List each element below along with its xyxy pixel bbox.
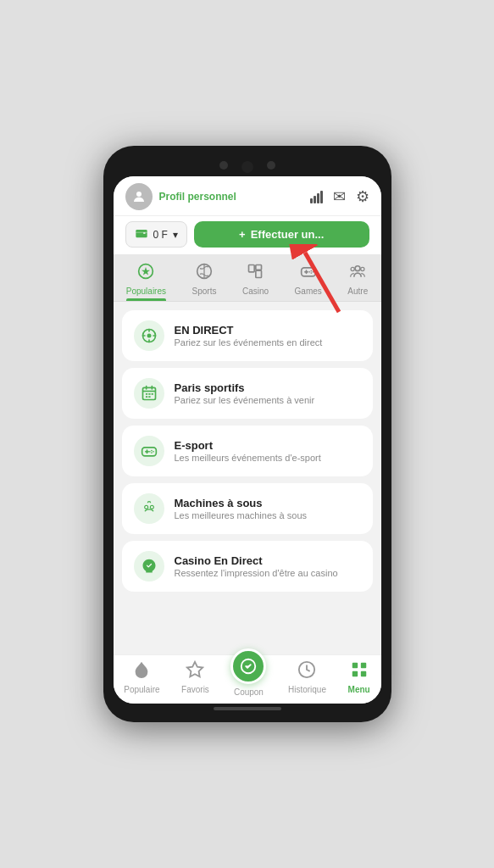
profile-label: Profil personnel bbox=[159, 191, 236, 203]
coupon-circle-icon bbox=[230, 648, 266, 684]
tab-autre-label: Autre bbox=[347, 287, 368, 296]
paris-sportifs-icon bbox=[134, 378, 164, 409]
balance-bar: 0 F ▾ + Effectuer un... bbox=[114, 216, 381, 254]
svg-point-37 bbox=[149, 451, 151, 453]
tab-games[interactable]: Games bbox=[290, 259, 327, 301]
app-header: Profil personnel ✉ ⚙ bbox=[114, 176, 381, 216]
svg-point-16 bbox=[308, 271, 310, 273]
balance-button[interactable]: 0 F ▾ bbox=[125, 221, 187, 248]
svg-point-42 bbox=[151, 506, 153, 509]
nav-historique[interactable]: Historique bbox=[288, 660, 326, 697]
svg-rect-30 bbox=[145, 396, 147, 398]
svg-rect-9 bbox=[256, 270, 262, 277]
machines-text: Machines à sous Les meilleures machines … bbox=[175, 497, 308, 520]
menu-nav-icon bbox=[350, 660, 369, 683]
historique-nav-icon bbox=[297, 660, 316, 683]
svg-point-22 bbox=[147, 334, 151, 338]
deposit-button[interactable]: + Effectuer un... bbox=[194, 221, 369, 248]
tab-sports-label: Sports bbox=[192, 287, 217, 296]
tab-sports[interactable]: Sports bbox=[187, 259, 222, 301]
esport-text: E-sport Les meilleurs événements d'e-spo… bbox=[175, 439, 321, 463]
header-right: ✉ ⚙ bbox=[310, 187, 369, 206]
nav-menu[interactable]: Menu bbox=[348, 660, 370, 697]
menu-item-paris-sportifs[interactable]: Paris sportifs Pariez sur les événements… bbox=[122, 368, 373, 419]
svg-rect-1 bbox=[136, 230, 147, 237]
casino-direct-title: Casino En Direct bbox=[175, 554, 338, 567]
nav-favoris-label: Favoris bbox=[181, 685, 209, 694]
svg-point-14 bbox=[310, 270, 312, 272]
svg-rect-2 bbox=[136, 232, 147, 233]
paris-sportifs-text: Paris sportifs Pariez sur les événements… bbox=[175, 381, 315, 405]
category-tabs: Populaires Sports bbox=[114, 254, 381, 302]
nav-coupon-label: Coupon bbox=[234, 687, 264, 697]
populaires-icon bbox=[137, 263, 154, 284]
autre-icon bbox=[349, 263, 366, 284]
nav-populaire[interactable]: Populaire bbox=[124, 660, 159, 697]
svg-point-17 bbox=[310, 272, 312, 274]
menu-list: EN DIRECT Pariez sur les événements en d… bbox=[114, 302, 381, 654]
menu-item-machines[interactable]: Machines à sous Les meilleures machines … bbox=[122, 483, 373, 534]
bottom-nav: Populaire Favoris Coupon bbox=[114, 654, 381, 704]
svg-point-18 bbox=[355, 266, 360, 271]
settings-icon[interactable]: ⚙ bbox=[356, 187, 369, 206]
dot-right bbox=[267, 161, 275, 170]
svg-point-20 bbox=[361, 267, 364, 270]
casino-direct-icon bbox=[134, 551, 164, 581]
tab-autre[interactable]: Autre bbox=[342, 259, 373, 301]
esport-icon bbox=[134, 436, 164, 466]
paris-sportifs-title: Paris sportifs bbox=[175, 381, 315, 394]
menu-item-esport[interactable]: E-sport Les meilleurs événements d'e-spo… bbox=[122, 426, 373, 476]
phone-camera-dots bbox=[114, 156, 381, 176]
svg-rect-31 bbox=[148, 396, 151, 398]
menu-item-casino-direct[interactable]: Casino En Direct Ressentez l'impression … bbox=[122, 541, 373, 592]
svg-rect-28 bbox=[148, 393, 151, 395]
svg-point-40 bbox=[145, 506, 147, 509]
avatar[interactable] bbox=[125, 183, 153, 210]
svg-rect-46 bbox=[352, 663, 357, 668]
esport-title: E-sport bbox=[175, 439, 321, 452]
wallet-icon bbox=[135, 226, 148, 242]
svg-marker-43 bbox=[187, 662, 203, 676]
en-direct-subtitle: Pariez sur les événements en direct bbox=[175, 337, 323, 348]
svg-point-15 bbox=[312, 271, 314, 273]
en-direct-icon bbox=[134, 320, 164, 351]
casino-icon bbox=[247, 263, 264, 284]
svg-rect-27 bbox=[145, 393, 147, 395]
populaire-nav-icon bbox=[132, 660, 151, 683]
tab-populaires[interactable]: Populaires bbox=[121, 259, 171, 301]
en-direct-text: EN DIRECT Pariez sur les événements en d… bbox=[175, 324, 323, 348]
tab-casino[interactable]: Casino bbox=[237, 259, 274, 301]
svg-rect-48 bbox=[352, 671, 357, 676]
svg-rect-29 bbox=[151, 393, 153, 395]
casino-direct-text: Casino En Direct Ressentez l'impression … bbox=[175, 554, 338, 578]
svg-rect-49 bbox=[360, 671, 365, 676]
esport-subtitle: Les meilleurs événements d'e-sport bbox=[175, 453, 321, 463]
svg-rect-10 bbox=[256, 265, 262, 270]
nav-historique-label: Historique bbox=[288, 685, 326, 694]
home-bar bbox=[114, 704, 381, 712]
tab-populaires-label: Populaires bbox=[126, 287, 166, 296]
nav-favoris[interactable]: Favoris bbox=[181, 660, 209, 697]
nav-menu-label: Menu bbox=[348, 685, 370, 694]
phone-screen: Profil personnel ✉ ⚙ bbox=[114, 176, 381, 704]
sports-icon bbox=[196, 263, 213, 284]
games-icon bbox=[300, 263, 317, 284]
svg-point-19 bbox=[351, 267, 354, 270]
tab-casino-label: Casino bbox=[242, 287, 269, 296]
paris-sportifs-subtitle: Pariez sur les événements à venir bbox=[175, 395, 315, 405]
favoris-nav-icon bbox=[186, 660, 204, 683]
svg-rect-47 bbox=[360, 663, 365, 668]
svg-point-36 bbox=[153, 451, 154, 453]
menu-item-en-direct[interactable]: EN DIRECT Pariez sur les événements en d… bbox=[122, 310, 373, 361]
balance-dropdown-icon: ▾ bbox=[173, 229, 178, 241]
dot-center bbox=[241, 161, 253, 173]
svg-point-38 bbox=[151, 452, 153, 453]
svg-rect-8 bbox=[249, 265, 255, 272]
nav-coupon[interactable]: Coupon bbox=[230, 648, 266, 697]
messages-icon[interactable]: ✉ bbox=[333, 187, 346, 206]
svg-point-0 bbox=[136, 192, 142, 197]
en-direct-title: EN DIRECT bbox=[175, 324, 323, 337]
deposit-plus-icon: + bbox=[239, 228, 246, 241]
svg-point-35 bbox=[151, 450, 153, 452]
header-left: Profil personnel bbox=[125, 183, 236, 210]
